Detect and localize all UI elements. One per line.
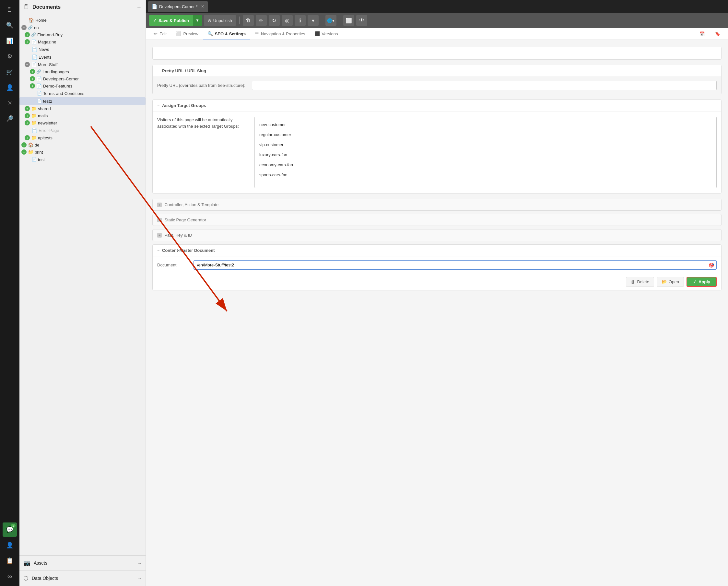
add-landingpages[interactable]: + <box>30 69 35 74</box>
tree-item-news[interactable]: 📄 News <box>20 45 146 53</box>
expand-home[interactable] <box>21 17 27 23</box>
tree-item-mails[interactable]: + 📁 mails <box>20 112 146 119</box>
path-key-id-header[interactable]: + Path, Key & ID <box>153 230 721 241</box>
add-shared[interactable]: + <box>25 106 30 111</box>
tree-item-error-page[interactable]: 📄 Error-Page <box>20 126 146 134</box>
expand-terms[interactable] <box>30 90 36 96</box>
tab-bookmark[interactable]: 🔖 <box>710 28 725 40</box>
sidebar-icon-analytics[interactable]: 📊 <box>3 34 17 48</box>
tree-item-events[interactable]: 📄 Events <box>20 53 146 61</box>
tree-item-home[interactable]: 🏠 Home <box>20 16 146 24</box>
collapse-en[interactable]: − <box>21 25 27 30</box>
sidebar-icon-search[interactable]: 🔍 <box>3 18 17 32</box>
tab-preview[interactable]: ⬜ Preview <box>171 28 203 40</box>
add-print[interactable]: + <box>21 150 27 155</box>
expand-error[interactable] <box>25 127 30 133</box>
tree-label-events: Events <box>38 55 52 60</box>
pretty-url-input[interactable] <box>252 81 717 90</box>
folder-icon-mails: 📁 <box>31 113 36 118</box>
static-page-generator-header[interactable]: + Static Page Generator <box>153 214 721 225</box>
open-button[interactable]: 📂 Open <box>657 277 684 287</box>
tree-item-apitests[interactable]: + 📁 apitests <box>20 134 146 141</box>
info-toolbar-button[interactable]: ℹ <box>295 15 306 26</box>
add-find-and-buy[interactable]: + <box>25 32 30 37</box>
target-toolbar-button[interactable]: ◎ <box>282 15 293 26</box>
tree-label-de: de <box>35 142 39 148</box>
delete-toolbar-button[interactable]: 🗑 <box>243 15 254 26</box>
tab-navigation[interactable]: ☰ Navigation & Properties <box>250 28 310 40</box>
target-group-vip-customer[interactable]: vip-customer <box>257 140 714 150</box>
tab-versions[interactable]: ⬛ Versions <box>310 28 343 40</box>
sidebar-icon-chat[interactable]: 💬 2 <box>3 523 17 537</box>
tree-item-find-and-buy[interactable]: + 🔗 Find-and-Buy <box>20 31 146 38</box>
sidebar-icon-search2[interactable]: 🔎 <box>3 111 17 126</box>
sidebar-icon-profile[interactable]: 👤 <box>3 538 17 552</box>
target-group-economy-cars-fan[interactable]: economy-cars-fan <box>257 160 714 170</box>
sidebar-icon-cart[interactable]: 🛒 <box>3 65 17 79</box>
content-master-header[interactable]: − Content-Master Document <box>153 245 721 257</box>
tree-item-terms[interactable]: 📄 Terms-and-Conditions <box>20 89 146 97</box>
tree-item-more-stuff[interactable]: − 📄 More-Stuff <box>20 61 146 68</box>
add-mails[interactable]: + <box>25 113 30 118</box>
add-de[interactable]: + <box>21 142 27 148</box>
sidebar-icon-infinity[interactable]: ∞ <box>3 569 17 583</box>
expand-test2[interactable] <box>30 98 36 104</box>
tree-item-de[interactable]: + 🏠 de <box>20 141 146 149</box>
expand-news[interactable] <box>25 46 30 52</box>
sidebar-icon-documents[interactable]: 🗒 <box>3 3 17 17</box>
tree-item-test2[interactable]: 📄 test2 <box>20 97 146 105</box>
tree-item-test[interactable]: 📄 test <box>20 156 146 163</box>
expand-events[interactable] <box>25 54 30 60</box>
folder-icon-print: 📁 <box>28 150 33 155</box>
footer-assets[interactable]: 📷 Assets → <box>20 556 146 571</box>
save-publish-dropdown[interactable]: ▼ <box>193 15 202 26</box>
tab-close-btn[interactable]: ✕ <box>201 4 204 9</box>
main-tab-developers-corner[interactable]: 📄 Developers-Corner * ✕ <box>148 1 208 12</box>
open-new-window-button[interactable]: ⬜ <box>343 15 354 26</box>
delete-button[interactable]: 🗑 Delete <box>626 277 654 287</box>
add-newsletter[interactable]: + <box>25 120 30 126</box>
tree-item-demo-features[interactable]: + 📄 Demo-Features <box>20 82 146 89</box>
add-apitests[interactable]: + <box>25 135 30 140</box>
unpublish-button[interactable]: ⊘ Unpublish <box>204 15 236 26</box>
preview-page-button[interactable]: 👁 <box>356 15 367 26</box>
sidebar-icon-apps[interactable]: 📋 <box>3 554 17 568</box>
tab-calendar[interactable]: 📅 <box>695 28 709 40</box>
controller-action-header[interactable]: + Controller, Action & Template <box>153 199 721 210</box>
tree-item-landingpages[interactable]: + 🔗 Landingpages <box>20 68 146 75</box>
documents-panel-arrow[interactable]: → <box>136 4 141 10</box>
target-group-luxury-cars-fan[interactable]: luxury-cars-fan <box>257 150 714 160</box>
sidebar-icon-users[interactable]: 👤 <box>3 80 17 95</box>
edit-toolbar-button[interactable]: ✏ <box>256 15 267 26</box>
collapse-more-stuff[interactable]: − <box>25 62 30 67</box>
add-developers-corner[interactable]: + <box>30 76 35 81</box>
tree-item-shared[interactable]: + 📁 shared <box>20 105 146 112</box>
translate-button[interactable]: 🌐▾ <box>326 15 336 26</box>
target-group-sports-cars-fan[interactable]: sports-cars-fan <box>257 170 714 180</box>
target-group-regular-customer[interactable]: regular-customer <box>257 130 714 140</box>
sidebar-icon-graph[interactable]: ✳ <box>3 96 17 110</box>
tree-item-newsletter[interactable]: + 📁 newsletter <box>20 119 146 126</box>
expand-test[interactable] <box>25 157 30 162</box>
tree-item-developers-corner[interactable]: + 📄 Developers-Corner <box>20 75 146 82</box>
panel-footer: 📷 Assets → ⬡ Data Objects → <box>20 555 146 586</box>
footer-data-objects[interactable]: ⬡ Data Objects → <box>20 571 146 586</box>
add-magazine[interactable]: + <box>25 39 30 45</box>
tab-edit[interactable]: ✏ Edit <box>149 28 171 40</box>
target-group-new-customer[interactable]: new-customer <box>257 119 714 130</box>
add-demo-features[interactable]: + <box>30 83 35 88</box>
refresh-toolbar-button[interactable]: ↻ <box>269 15 280 26</box>
tree-item-en[interactable]: − 🔗 en <box>20 24 146 31</box>
assign-target-groups-header[interactable]: − Assign Target Groups <box>153 100 721 111</box>
tree-item-magazine[interactable]: + 📄 Magazine <box>20 38 146 45</box>
document-input[interactable] <box>193 260 717 270</box>
tree-item-print[interactable]: + 📁 print <box>20 149 146 156</box>
save-publish-button[interactable]: ✓ Save & Publish ▼ <box>149 15 202 26</box>
info-dropdown-button[interactable]: ▾ <box>308 15 319 26</box>
pretty-url-header[interactable]: − Pretty URL / URL Slug <box>153 65 721 77</box>
locate-icon[interactable]: 🎯 <box>708 263 714 268</box>
apply-button[interactable]: ✓ Apply <box>686 277 717 287</box>
tree-label-print: print <box>35 150 43 155</box>
tab-seo[interactable]: 🔍 SEO & Settings <box>203 28 250 40</box>
sidebar-icon-settings[interactable]: ⚙ <box>3 49 17 63</box>
